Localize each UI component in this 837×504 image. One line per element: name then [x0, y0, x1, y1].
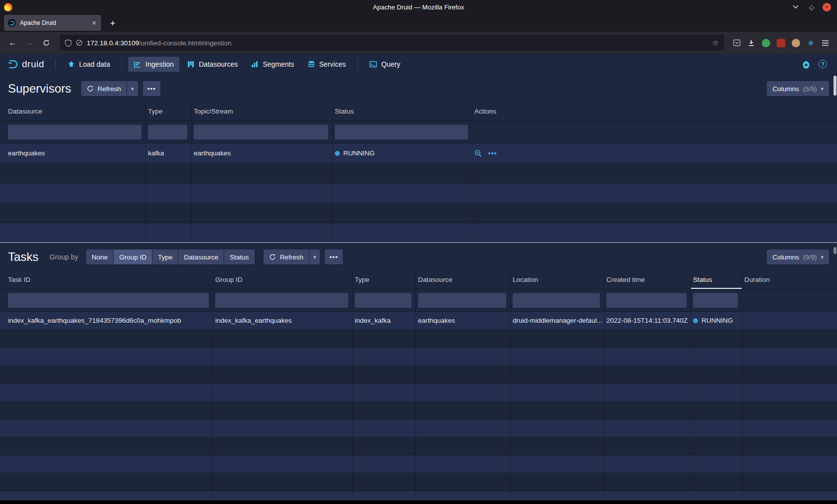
table-cell-empty	[333, 183, 472, 203]
nav-item-query[interactable]: Query	[364, 57, 406, 72]
table-cell-empty	[0, 473, 213, 491]
table-cell-empty	[472, 223, 837, 242]
table-cell-empty	[0, 455, 213, 473]
window-minimize-icon[interactable]	[793, 5, 801, 9]
nav-item-load-data[interactable]: Load data	[62, 57, 116, 72]
table-row-empty	[0, 203, 837, 223]
group-by-type-button[interactable]: Type	[152, 250, 178, 264]
column-header-group-id[interactable]: Group ID	[213, 270, 353, 289]
column-header-topic-stream[interactable]: Topic/Stream	[192, 102, 333, 121]
tasks-filter-datasource-input[interactable]	[418, 293, 506, 308]
gear-icon[interactable]	[802, 60, 811, 69]
column-header-actions[interactable]: Actions	[472, 102, 837, 121]
cell-topic: earthquakes	[192, 143, 333, 163]
connection-permissions-icon[interactable]	[76, 39, 83, 46]
supervisors-refresh-button[interactable]: Refresh	[81, 81, 127, 96]
extension-monkey-icon[interactable]	[792, 39, 800, 47]
column-header-duration[interactable]: Duration	[742, 270, 837, 289]
new-tab-button[interactable]: +	[106, 18, 120, 29]
extension-snowflake-icon[interactable]	[807, 39, 815, 47]
column-header-created-time[interactable]: Created time	[604, 270, 691, 289]
table-cell-empty	[213, 419, 353, 437]
tasks-filter-created-time-input[interactable]	[606, 293, 687, 308]
nav-item-datasources[interactable]: Datasources	[181, 57, 244, 72]
supervisors-refresh-caret-button[interactable]: ▾	[127, 81, 138, 96]
task-row[interactable]: index_kafka_earthquakes_7184357396d6c0a_…	[0, 312, 837, 330]
group-by-group-id-button[interactable]: Group ID	[114, 250, 152, 264]
column-header-status[interactable]: Status	[333, 102, 472, 121]
group-by-datasource-button[interactable]: Datasource	[178, 250, 224, 264]
downloads-icon[interactable]	[747, 39, 755, 47]
cell-datasource: earthquakes	[0, 143, 146, 163]
browser-tab[interactable]: Apache Druid ×	[4, 15, 101, 31]
nav-item-ingestion[interactable]: Ingestion	[128, 57, 179, 72]
tasks-refresh-caret-button[interactable]: ▾	[309, 250, 320, 264]
menu-icon[interactable]	[822, 40, 829, 46]
supervisors-more-button[interactable]: •••	[143, 81, 160, 96]
table-cell-empty	[511, 473, 604, 491]
status-label: RUNNING	[701, 317, 733, 324]
pocket-icon[interactable]	[733, 39, 741, 47]
extension-green-icon[interactable]	[762, 39, 770, 47]
tasks-filter-type-input[interactable]	[355, 293, 412, 308]
help-icon[interactable]: ?	[819, 60, 827, 68]
row-more-actions-icon[interactable]: •••	[488, 149, 497, 157]
tasks-filter-group-id-input[interactable]	[215, 293, 348, 308]
bookmark-star-icon[interactable]: ☆	[712, 38, 719, 47]
table-cell-empty	[146, 163, 192, 183]
table-cell-empty	[213, 348, 353, 365]
table-cell-empty	[604, 419, 691, 437]
forward-button[interactable]: →	[22, 35, 37, 50]
tasks-filter-location-input[interactable]	[513, 293, 600, 308]
scrollbar-thumb[interactable]	[834, 76, 837, 96]
ublock-origin-icon[interactable]	[777, 39, 785, 47]
scrollbar-thumb[interactable]	[834, 247, 837, 254]
columns-label: Columns	[772, 253, 799, 261]
url-bar[interactable]: 172.18.0.4:30109/unified-console.html#in…	[60, 35, 724, 51]
filter-cell	[691, 289, 742, 311]
window-maximize-icon[interactable]: ◇	[808, 3, 816, 11]
nav-item-services[interactable]: Services	[302, 57, 352, 72]
magnify-detail-icon[interactable]	[474, 149, 482, 157]
table-cell-empty	[511, 419, 604, 437]
column-header-status[interactable]: Status	[691, 270, 742, 289]
column-header-task-id[interactable]: Task ID	[0, 270, 213, 289]
table-cell-empty	[192, 203, 333, 223]
tasks-more-button[interactable]: •••	[325, 250, 342, 264]
tasks-refresh-button[interactable]: Refresh	[264, 250, 309, 264]
column-header-type[interactable]: Type	[353, 270, 416, 289]
column-header-datasource[interactable]: Datasource	[0, 102, 146, 121]
table-cell-empty	[353, 366, 416, 383]
back-button[interactable]: ←	[5, 35, 20, 50]
supervisors-filter-topic-input[interactable]	[194, 125, 328, 139]
chevron-down-icon: ▾	[313, 254, 316, 260]
table-cell-empty	[416, 383, 511, 401]
table-cell-empty	[742, 366, 837, 383]
column-header-location[interactable]: Location	[511, 270, 604, 289]
column-header-datasource[interactable]: Datasource	[416, 270, 511, 289]
table-cell-empty	[511, 330, 604, 347]
group-by-status-button[interactable]: Status	[224, 250, 254, 264]
tasks-filter-status-input[interactable]	[693, 293, 738, 308]
supervisors-filter-type-input[interactable]	[148, 125, 187, 139]
table-cell-empty	[416, 330, 511, 347]
tasks-filter-task-id-input[interactable]	[8, 293, 209, 308]
table-cell-empty	[416, 419, 511, 437]
tab-close-icon[interactable]: ×	[91, 19, 97, 27]
table-cell-empty	[333, 163, 472, 183]
supervisors-filter-datasource-input[interactable]	[8, 125, 141, 139]
chevron-down-icon: ▾	[821, 86, 824, 92]
druid-logo[interactable]: druid	[7, 58, 44, 70]
supervisors-title-row: Supervisors Refresh ▾ ••• Columns (5/5) …	[0, 75, 837, 102]
nav-item-segments[interactable]: Segments	[245, 57, 299, 72]
tasks-columns-button[interactable]: Columns (9/9) ▾	[767, 250, 829, 264]
supervisors-columns-button[interactable]: Columns (5/5) ▾	[767, 81, 829, 96]
tracking-protection-shield-icon[interactable]	[65, 39, 72, 47]
window-close-icon[interactable]: ×	[823, 3, 831, 11]
group-by-none-button[interactable]: None	[86, 250, 113, 264]
supervisors-filter-status-input[interactable]	[335, 125, 468, 139]
table-cell-empty	[416, 455, 511, 473]
reload-button[interactable]	[39, 35, 54, 50]
column-header-type[interactable]: Type	[146, 102, 192, 121]
supervisor-row[interactable]: earthquakes kafka earthquakes RUNNING ••…	[0, 143, 837, 163]
